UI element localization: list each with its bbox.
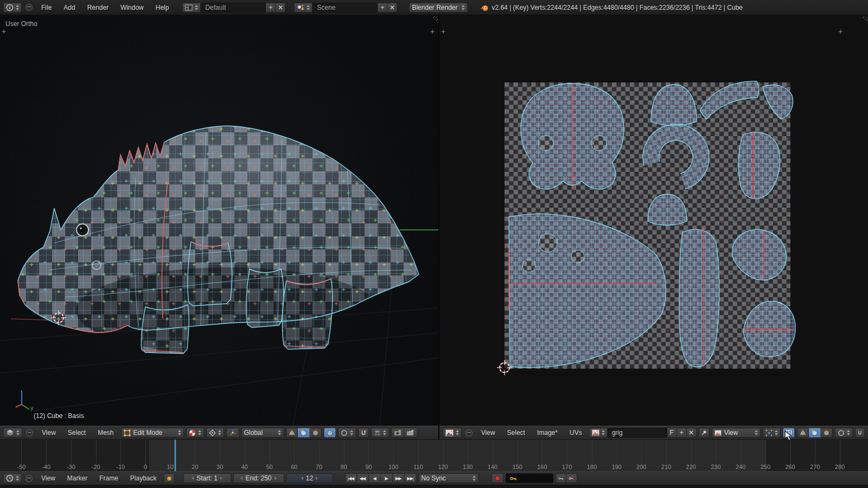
image-pin-toggle[interactable] bbox=[699, 428, 710, 438]
screen-layout-add-button[interactable]: + bbox=[266, 3, 276, 12]
menu-render[interactable]: Render bbox=[82, 1, 113, 15]
face-mode-icon bbox=[823, 429, 830, 436]
current-frame-field[interactable]: 12 bbox=[286, 473, 333, 483]
menu-view[interactable]: View bbox=[36, 471, 60, 485]
menu-image[interactable]: Image* bbox=[532, 426, 563, 440]
jump-to-end-button[interactable]: ▶▶| bbox=[405, 473, 417, 483]
prev-keyframe-button[interactable]: ◀◀ bbox=[357, 473, 369, 483]
dropdown-arrows-icon bbox=[473, 476, 476, 481]
viewport-3d-canvas[interactable] bbox=[0, 15, 438, 426]
dropdown-arrows-icon bbox=[307, 5, 310, 10]
edge-select-mode-button[interactable] bbox=[809, 428, 821, 438]
region-toggle-plus[interactable]: + bbox=[441, 28, 445, 35]
menu-view[interactable]: View bbox=[476, 426, 500, 440]
manipulator-toggle[interactable] bbox=[226, 428, 239, 438]
face-select-mode-button[interactable] bbox=[310, 428, 322, 438]
scene-name-field[interactable]: Scene bbox=[312, 3, 378, 12]
menu-window[interactable]: Window bbox=[116, 1, 149, 15]
av-sync-select[interactable]: No Sync bbox=[419, 473, 478, 483]
occlude-geometry-toggle[interactable] bbox=[324, 428, 336, 438]
preview-range-toggle[interactable] bbox=[164, 473, 175, 483]
menu-help[interactable]: Help bbox=[151, 1, 174, 15]
uv-image-editor[interactable] bbox=[439, 15, 868, 426]
play-reverse-button[interactable]: ◀ bbox=[369, 473, 381, 483]
region-toggle-plus[interactable]: + bbox=[430, 28, 435, 35]
timeline-current-frame-cursor[interactable] bbox=[175, 440, 176, 471]
region-toggle-plus[interactable]: + bbox=[2, 28, 6, 35]
menu-frame[interactable]: Frame bbox=[94, 471, 123, 485]
frame-tick-label: 100 bbox=[388, 464, 398, 470]
menu-mesh[interactable]: Mesh bbox=[93, 426, 118, 440]
opengl-render-still-button[interactable] bbox=[391, 428, 404, 438]
scene-browse-button[interactable] bbox=[294, 3, 312, 12]
frame-tick-label: 20 bbox=[192, 464, 198, 470]
uv-snap-toggle[interactable] bbox=[855, 428, 865, 438]
menu-add[interactable]: Add bbox=[59, 1, 80, 15]
image-name-field[interactable]: grig bbox=[608, 428, 667, 438]
menu-select[interactable]: Select bbox=[502, 426, 530, 440]
proportional-edit-select[interactable] bbox=[338, 428, 356, 438]
uv-sync-selection-toggle[interactable] bbox=[783, 428, 795, 438]
display-channels-value: View bbox=[724, 429, 738, 436]
end-frame-field[interactable]: End: 250 bbox=[233, 473, 284, 483]
auto-keyframe-record-button[interactable] bbox=[492, 473, 503, 483]
keying-set-field[interactable] bbox=[506, 473, 553, 483]
scene-add-button[interactable]: + bbox=[378, 3, 387, 12]
editor-type-button-uv[interactable] bbox=[443, 428, 462, 438]
menu-marker[interactable]: Marker bbox=[62, 471, 92, 485]
region-toggle-plus[interactable]: + bbox=[838, 28, 843, 35]
menu-file[interactable]: File bbox=[36, 1, 56, 15]
image-browse-button[interactable] bbox=[589, 428, 608, 438]
viewport-shading-select[interactable] bbox=[186, 428, 204, 438]
face-select-mode-button[interactable] bbox=[821, 428, 833, 438]
menu-view[interactable]: View bbox=[37, 426, 61, 440]
start-frame-field[interactable]: Start: 1 bbox=[183, 473, 231, 483]
header-collapse-button[interactable] bbox=[465, 429, 473, 436]
menu-playback[interactable]: Playback bbox=[125, 471, 162, 485]
header-collapse-button[interactable] bbox=[26, 429, 33, 436]
screen-layout-delete-button[interactable]: ✕ bbox=[276, 3, 285, 12]
image-new-button[interactable]: + bbox=[677, 428, 687, 438]
uv-editor-canvas[interactable] bbox=[439, 15, 868, 426]
vertex-mode-icon bbox=[289, 429, 295, 436]
image-unlink-button[interactable]: ✕ bbox=[687, 428, 697, 438]
viewport-3d[interactable]: User Ortho (12) Cube : Basis y bbox=[0, 15, 438, 426]
pivot-point-select[interactable] bbox=[206, 428, 224, 438]
uv-pivot-select[interactable] bbox=[763, 428, 781, 438]
menu-select[interactable]: Select bbox=[63, 426, 91, 440]
timeline-track[interactable]: -50-40-30-20-100102030405060708090100110… bbox=[0, 440, 868, 471]
snap-toggle[interactable] bbox=[358, 428, 369, 438]
frame-tick-label: -50 bbox=[17, 464, 25, 470]
fake-user-button[interactable]: F bbox=[667, 428, 677, 438]
area-divider[interactable] bbox=[438, 15, 439, 440]
vertex-select-mode-button[interactable] bbox=[797, 428, 809, 438]
snap-element-select[interactable] bbox=[371, 428, 389, 438]
mode-select[interactable]: Edit Mode bbox=[121, 428, 184, 438]
header-collapse-button[interactable] bbox=[25, 475, 33, 482]
screen-layout-name-field[interactable]: Default bbox=[201, 3, 266, 12]
header-collapse-button[interactable] bbox=[25, 4, 33, 11]
editor-type-button-3d[interactable] bbox=[3, 428, 22, 438]
insert-keyframe-button[interactable] bbox=[556, 473, 566, 483]
next-keyframe-button[interactable]: ▶▶ bbox=[393, 473, 405, 483]
editor-type-button-timeline[interactable] bbox=[3, 473, 22, 483]
jump-to-start-button[interactable]: |◀◀ bbox=[345, 473, 357, 483]
dropdown-arrows-icon bbox=[16, 430, 20, 435]
opengl-render-anim-button[interactable] bbox=[404, 428, 417, 438]
proportional-edit-select[interactable] bbox=[835, 428, 853, 438]
edit-mesh-model[interactable] bbox=[0, 107, 438, 384]
end-frame-value: End: 250 bbox=[245, 474, 271, 482]
menu-uvs[interactable]: UVs bbox=[565, 426, 587, 440]
display-channels-select[interactable]: View bbox=[712, 428, 761, 438]
scene-delete-button[interactable]: ✕ bbox=[387, 3, 397, 12]
render-engine-select[interactable]: Blender Render bbox=[409, 3, 468, 12]
vertex-select-mode-button[interactable] bbox=[286, 428, 298, 438]
transform-orientation-select[interactable]: Global bbox=[241, 428, 284, 438]
screen-layout-browse-button[interactable] bbox=[182, 3, 201, 12]
keying-set-icon bbox=[510, 476, 517, 481]
mode-value: Edit Mode bbox=[133, 429, 163, 436]
info-editor-type-button[interactable] bbox=[3, 3, 22, 12]
play-button[interactable]: ▶ bbox=[381, 473, 393, 483]
delete-keyframe-button[interactable] bbox=[566, 473, 577, 483]
edge-select-mode-button[interactable] bbox=[298, 428, 310, 438]
